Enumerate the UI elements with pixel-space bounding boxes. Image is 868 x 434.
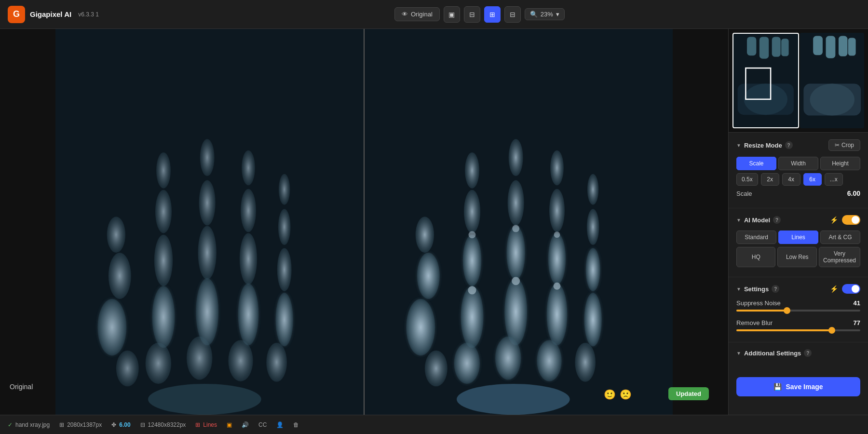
svg-point-28 — [417, 253, 440, 299]
svg-point-50 — [425, 351, 448, 387]
ai-model-toggle[interactable] — [842, 215, 860, 225]
svg-point-8 — [196, 278, 218, 345]
svg-point-45 — [587, 174, 598, 205]
svg-point-20 — [146, 343, 171, 384]
height-tab[interactable]: Height — [820, 157, 860, 170]
resize-mode-header: ▼ Resize Mode ? ✂ Crop — [736, 139, 860, 151]
svg-point-41 — [550, 150, 564, 186]
app-name: Gigapixel AI — [30, 10, 71, 18]
lightning-icon: ⚡ — [830, 216, 838, 224]
chevron-icon: ▼ — [736, 143, 741, 148]
frown-icon[interactable]: 🙁 — [620, 389, 632, 400]
scale-presets: 0.5x 2x 4x 6x ...x — [736, 173, 860, 186]
trash-icon[interactable]: 🗑 — [293, 421, 299, 428]
svg-point-36 — [508, 180, 524, 226]
topbar: G Gigapixel AI v6.3.3 1 👁 Original ▣ ⊟ ⊞… — [0, 0, 868, 29]
hq-btn[interactable]: HQ — [736, 247, 775, 267]
single-view-icon: ▣ — [448, 11, 455, 18]
remove-blur-container: Remove Blur 77 — [736, 319, 860, 331]
main-content: Original Lines Updated 🙂 🙁 — [0, 29, 868, 415]
model-icon: ⊞ — [195, 421, 200, 428]
statusbar: ✓ hand xray.jpg ⊞ 2080x1387px ✤ 6.00 ⊟ 1… — [0, 415, 868, 434]
zoom-control[interactable]: 🔍 23% ▾ — [525, 8, 565, 20]
low-res-btn[interactable]: Low Res — [777, 247, 816, 267]
svg-rect-72 — [803, 84, 861, 116]
chevron-icon-4: ▼ — [736, 351, 741, 356]
ai-model-help[interactable]: ? — [773, 216, 781, 224]
scale-4x[interactable]: 4x — [782, 173, 800, 186]
thumbnail-2[interactable] — [800, 33, 865, 128]
xray-image — [0, 29, 728, 415]
svg-point-55 — [512, 225, 519, 232]
logo-area: G Gigapixel AI v6.3.3 1 — [8, 6, 99, 23]
settings-help[interactable]: ? — [772, 285, 779, 293]
standard-model-btn[interactable]: Standard — [736, 231, 776, 244]
additional-settings-help[interactable]: ? — [804, 349, 812, 357]
very-compressed-btn[interactable]: Very Compressed — [819, 247, 860, 267]
lines-model-btn[interactable]: Lines — [778, 231, 818, 244]
smile-icon[interactable]: 🙂 — [604, 389, 616, 400]
svg-rect-70 — [848, 38, 855, 56]
scale-0-5x[interactable]: 0.5x — [736, 173, 758, 186]
svg-point-30 — [461, 286, 484, 348]
additional-settings-title: ▼ Additional Settings ? — [736, 349, 812, 357]
crop-icon: ✂ — [835, 142, 840, 149]
suppress-noise-fill — [736, 310, 787, 312]
suppress-noise-thumb[interactable] — [784, 307, 790, 314]
remove-blur-value: 77 — [854, 319, 860, 326]
status-input-size: ⊞ 2080x1387px — [59, 421, 102, 428]
split-horizontal-button[interactable]: ⊞ — [484, 6, 501, 23]
original-label: Original — [10, 383, 33, 391]
color-icon: ▣ — [227, 421, 232, 428]
svg-point-24 — [116, 351, 139, 387]
svg-point-53 — [469, 231, 476, 238]
save-image-button[interactable]: 💾 Save Image — [736, 377, 860, 396]
svg-point-10 — [199, 180, 216, 226]
svg-point-48 — [537, 340, 561, 381]
svg-point-21 — [187, 337, 212, 380]
check-icon: ✓ — [8, 421, 13, 428]
suppress-noise-track[interactable] — [736, 310, 860, 312]
settings-section: ▼ Settings ? ⚡ Suppress Noise 41 — [729, 277, 868, 342]
app-logo-icon: G — [8, 6, 25, 23]
svg-point-29 — [416, 217, 434, 253]
grid-view-button[interactable]: ⊟ — [504, 6, 521, 23]
remove-blur-thumb[interactable] — [828, 327, 835, 334]
svg-point-31 — [463, 235, 481, 286]
scale-tab[interactable]: Scale — [736, 157, 776, 170]
eye-icon: 👁 — [402, 11, 408, 18]
remove-blur-track[interactable] — [736, 329, 860, 331]
canvas-area[interactable]: Original Lines Updated 🙂 🙁 — [0, 29, 728, 415]
scale-2x[interactable]: 2x — [761, 173, 779, 186]
svg-point-35 — [506, 226, 525, 280]
suppress-noise-value: 41 — [854, 299, 860, 307]
svg-point-32 — [464, 190, 480, 233]
scale-6x[interactable]: 6x — [803, 173, 822, 186]
grid-icon: ⊟ — [510, 11, 515, 18]
svg-point-38 — [547, 284, 568, 345]
thumbnail-strip — [729, 29, 868, 133]
svg-point-43 — [586, 248, 600, 291]
suppress-noise-container: Suppress Noise 41 — [736, 299, 860, 312]
crop-button[interactable]: ✂ Crop — [828, 139, 860, 151]
thumbnail-1[interactable] — [732, 33, 799, 128]
single-view-button[interactable]: ▣ — [444, 6, 460, 23]
width-tab[interactable]: Width — [778, 157, 818, 170]
status-output-size: ⊟ 12480x8322px — [140, 421, 186, 428]
status-trash[interactable]: 🗑 — [293, 421, 299, 428]
resize-mode-help[interactable]: ? — [785, 141, 793, 149]
svg-point-12 — [238, 284, 259, 345]
svg-point-15 — [242, 150, 255, 186]
svg-point-2 — [108, 253, 131, 299]
split-vertical-button[interactable]: ⊟ — [464, 6, 480, 23]
art-cg-model-btn[interactable]: Art & CG — [820, 231, 860, 244]
svg-point-14 — [241, 189, 256, 232]
settings-header: ▼ Settings ? ⚡ — [736, 284, 860, 294]
settings-toggle[interactable] — [842, 284, 860, 294]
svg-point-3 — [107, 217, 125, 253]
reaction-icons: 🙂 🙁 — [604, 389, 632, 400]
original-view-button[interactable]: 👁 Original — [394, 7, 440, 21]
settings-title: ▼ Settings ? — [736, 285, 779, 293]
scale-custom[interactable]: ...x — [825, 173, 843, 186]
svg-point-44 — [587, 209, 599, 245]
